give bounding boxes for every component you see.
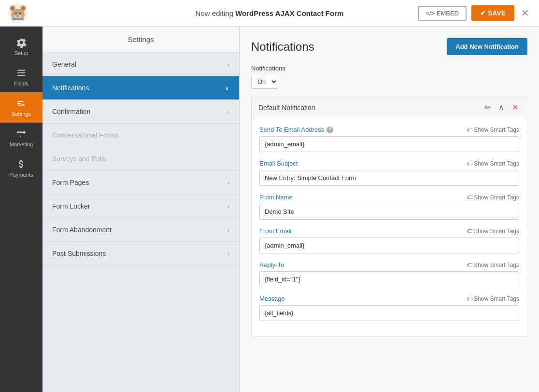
tag-icon: 🏷: [467, 262, 472, 268]
page-title: Notifications: [251, 40, 314, 54]
tag-icon: 🏷: [467, 126, 472, 133]
nav-item-marketing[interactable]: Marketing: [0, 123, 43, 153]
sidebar-item-form-pages[interactable]: Form Pages ›: [43, 171, 239, 195]
email-subject-field: Email Subject 🏷 Show Smart Tags: [259, 160, 519, 186]
fields-label: Fields: [14, 81, 28, 86]
svg-rect-10: [12, 18, 24, 20]
marketing-label: Marketing: [10, 141, 33, 147]
email-subject-input[interactable]: [259, 170, 519, 186]
show-smart-tags-from-name[interactable]: 🏷 Show Smart Tags: [467, 194, 519, 201]
embed-button[interactable]: </> EMBED: [418, 6, 467, 21]
email-subject-label: Email Subject: [259, 160, 298, 167]
editor-title: Now editing WordPress AJAX Contact Form: [196, 9, 344, 17]
notification-card-header: Default Notification ✏ ∧ ✕: [252, 97, 527, 118]
chevron-right-icon: ›: [227, 179, 229, 186]
from-name-label: From Name: [259, 194, 293, 201]
middle-sidebar: Settings General › Notifications ∨ Confi…: [43, 27, 240, 392]
svg-point-4: [11, 7, 14, 10]
top-bar-actions: </> EMBED ✔ SAVE ✕: [418, 5, 531, 21]
dollar-icon: [16, 159, 27, 169]
tag-icon: 🏷: [467, 295, 472, 302]
notification-card-title: Default Notification: [258, 104, 315, 112]
left-nav: Setup Fields Settings Marketing Payments: [0, 27, 43, 392]
from-name-field: From Name 🏷 Show Smart Tags: [259, 194, 519, 220]
tag-icon: 🏷: [467, 194, 472, 201]
show-smart-tags-subject[interactable]: 🏷 Show Smart Tags: [467, 160, 519, 167]
settings-section-title: Settings: [43, 27, 239, 53]
top-bar: Now editing WordPress AJAX Contact Form …: [0, 0, 539, 27]
sidebar-item-surveys-polls: Surveys and Polls ›: [43, 147, 239, 171]
tag-icon: 🏷: [467, 160, 472, 167]
edit-notification-button[interactable]: ✏: [482, 102, 493, 113]
content-area: Notifications Add New Notification Notif…: [240, 27, 539, 392]
main-layout: Setup Fields Settings Marketing Payments…: [0, 27, 539, 392]
show-smart-tags-email[interactable]: 🏷 Show Smart Tags: [467, 126, 519, 133]
default-notification-card: Default Notification ✏ ∧ ✕ Send To Email…: [251, 97, 527, 337]
tag-icon: 🏷: [467, 228, 472, 235]
from-email-header: From Email 🏷 Show Smart Tags: [259, 227, 519, 235]
fields-icon: [16, 68, 27, 78]
reply-to-input[interactable]: [259, 271, 519, 287]
add-notification-button[interactable]: Add New Notification: [447, 38, 527, 55]
logo-bear-icon: [8, 3, 28, 23]
megaphone-icon: [16, 128, 27, 139]
content-header: Notifications Add New Notification: [251, 38, 527, 55]
svg-point-5: [22, 7, 25, 10]
card-header-actions: ✏ ∧ ✕: [482, 102, 520, 113]
chevron-right-icon: ›: [227, 250, 229, 257]
logo: [8, 3, 28, 23]
sidebar-item-confirmation[interactable]: Confirmation ›: [43, 100, 239, 124]
send-to-email-label: Send To Email Address ?: [259, 126, 333, 133]
gear-icon: [16, 37, 27, 48]
collapse-notification-button[interactable]: ∧: [496, 102, 506, 113]
from-email-input[interactable]: [259, 238, 519, 253]
message-header: Message 🏷 Show Smart Tags: [259, 295, 519, 302]
svg-point-7: [15, 13, 17, 15]
close-button[interactable]: ✕: [519, 6, 531, 20]
save-button[interactable]: ✔ SAVE: [471, 5, 514, 21]
payments-label: Payments: [10, 172, 33, 178]
sidebar-item-post-submissions[interactable]: Post Submissions ›: [43, 242, 239, 266]
chevron-right-icon: ›: [227, 155, 229, 163]
show-smart-tags-reply-to[interactable]: 🏷 Show Smart Tags: [467, 262, 519, 268]
sidebar-item-general[interactable]: General ›: [43, 53, 239, 76]
sidebar-item-conversational-forms: Conversational Forms ›: [43, 124, 239, 147]
message-label: Message: [259, 295, 285, 302]
notification-card-body: Send To Email Address ? 🏷 Show Smart Tag…: [252, 118, 527, 336]
nav-item-fields[interactable]: Fields: [0, 62, 43, 92]
show-smart-tags-message[interactable]: 🏷 Show Smart Tags: [467, 295, 519, 302]
sidebar-item-form-locker[interactable]: Form Locker ›: [43, 195, 239, 218]
notifications-toggle-label: Notifications: [251, 65, 527, 72]
message-input[interactable]: [259, 305, 519, 321]
reply-to-header: Reply-To 🏷 Show Smart Tags: [259, 261, 519, 268]
from-email-field: From Email 🏷 Show Smart Tags: [259, 227, 519, 253]
from-name-input[interactable]: [259, 204, 519, 220]
chevron-right-icon: ›: [227, 226, 229, 234]
info-icon[interactable]: ?: [326, 126, 333, 133]
settings-label: Settings: [12, 111, 31, 117]
nav-item-settings[interactable]: Settings: [0, 92, 43, 123]
chevron-right-icon: ›: [227, 61, 229, 68]
nav-item-setup[interactable]: Setup: [0, 31, 43, 62]
send-to-email-header: Send To Email Address ? 🏷 Show Smart Tag…: [259, 126, 519, 133]
notifications-toggle-select[interactable]: On Off: [251, 75, 278, 89]
sidebar-item-form-abandonment[interactable]: Form Abandonment ›: [43, 218, 239, 242]
send-to-email-input[interactable]: [259, 136, 519, 152]
show-smart-tags-from-email[interactable]: 🏷 Show Smart Tags: [467, 228, 519, 235]
reply-to-label: Reply-To: [259, 261, 284, 268]
sliders-icon: [16, 98, 27, 109]
setup-label: Setup: [14, 50, 28, 56]
chevron-right-icon: ›: [227, 108, 229, 115]
from-email-label: From Email: [259, 227, 291, 235]
send-to-email-field: Send To Email Address ? 🏷 Show Smart Tag…: [259, 126, 519, 152]
message-field: Message 🏷 Show Smart Tags: [259, 295, 519, 321]
delete-notification-button[interactable]: ✕: [510, 102, 520, 113]
email-subject-header: Email Subject 🏷 Show Smart Tags: [259, 160, 519, 167]
nav-item-payments[interactable]: Payments: [0, 153, 43, 183]
notifications-toggle-row: Notifications On Off: [251, 65, 527, 89]
svg-point-8: [19, 13, 21, 15]
sidebar-item-notifications[interactable]: Notifications ∨: [43, 76, 239, 100]
reply-to-field: Reply-To 🏷 Show Smart Tags: [259, 261, 519, 287]
chevron-right-icon: ›: [227, 132, 229, 139]
chevron-right-icon: ›: [227, 203, 229, 210]
